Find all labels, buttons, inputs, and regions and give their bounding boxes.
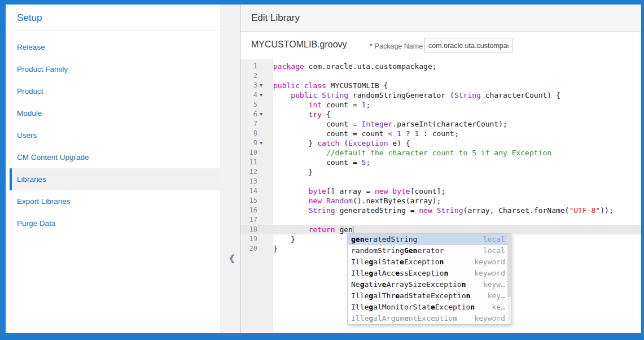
fold-spacer bbox=[257, 196, 273, 206]
completion-item-NegativeArraySizeException[interactable]: NegativeArraySizeExceptionkeyw… bbox=[348, 279, 511, 290]
package-name-label: *Package Name bbox=[370, 42, 423, 50]
editor-toolbar: MYCUSTOMLIB.groovy *Package Name bbox=[240, 32, 641, 59]
line-number: 13 bbox=[240, 177, 257, 186]
completion-caption: IllegalMonitorStateException bbox=[351, 302, 488, 313]
code-line-14[interactable]: 14 byte[] array = new byte[count]; bbox=[240, 186, 641, 196]
package-name-input[interactable] bbox=[424, 38, 512, 53]
line-number: 15 bbox=[240, 196, 257, 206]
sidebar-title: Setup bbox=[6, 5, 220, 30]
completion-item-IllegalAccessException[interactable]: IllegalAccessExceptionkeyword bbox=[348, 268, 511, 279]
code-line-17[interactable]: 17 bbox=[240, 215, 641, 225]
code-line-8[interactable]: 8 count = count < 1 ? 1 : count; bbox=[240, 129, 641, 138]
popup-scrollbar-thumb[interactable] bbox=[507, 234, 511, 297]
fold-spacer bbox=[257, 225, 273, 234]
fold-arrow-icon[interactable]: ▼ bbox=[257, 138, 273, 148]
completion-meta: keyw… bbox=[483, 279, 505, 290]
code-line-11[interactable]: 11 count = 5; bbox=[240, 158, 641, 167]
code-line-12[interactable]: 12 } bbox=[240, 167, 641, 177]
code-text bbox=[273, 71, 641, 81]
completion-meta: key… bbox=[488, 290, 505, 302]
code-line-15[interactable]: 15 new Random().nextBytes(array); bbox=[240, 196, 641, 206]
panel-title: Edit Library bbox=[251, 12, 300, 24]
code-line-9[interactable]: 9▼ } catch (Exception e) { bbox=[240, 138, 641, 148]
line-number: 12 bbox=[240, 167, 257, 177]
code-line-10[interactable]: 10 //default the character count to 5 if… bbox=[240, 148, 641, 158]
code-text bbox=[273, 215, 641, 225]
completion-item-IllegalStateException[interactable]: IllegalStateExceptionkeyword bbox=[348, 256, 511, 268]
fold-spacer bbox=[257, 129, 273, 138]
completion-caption: randomStringGenerator bbox=[351, 245, 479, 256]
code-line-16[interactable]: 16 String generatedString = new String(a… bbox=[240, 206, 641, 215]
line-number: 18 bbox=[240, 225, 257, 234]
completion-meta: local bbox=[483, 245, 505, 256]
sidebar-item-purge-data[interactable]: Purge Data bbox=[6, 212, 220, 234]
code-text: public class MYCUSTOMLIB { bbox=[273, 81, 641, 90]
completion-item-IllegalMonitorStateException[interactable]: IllegalMonitorStateExceptionke… bbox=[348, 302, 511, 313]
line-number: 17 bbox=[240, 215, 257, 225]
sidebar-item-product[interactable]: Product bbox=[6, 80, 220, 102]
fold-spacer bbox=[257, 167, 273, 177]
fold-spacer bbox=[257, 119, 273, 129]
code-text: } catch (Exception e) { bbox=[273, 138, 641, 148]
completion-item-generatedString[interactable]: generatedStringlocal bbox=[348, 234, 511, 245]
completion-item-randomStringGenerator[interactable]: randomStringGeneratorlocal bbox=[348, 245, 511, 256]
code-text: package com.oracle.uta.custompackage; bbox=[273, 62, 641, 71]
sidebar-item-module[interactable]: Module bbox=[6, 102, 220, 124]
sidebar-item-export-libraries[interactable]: Export Libraries bbox=[6, 190, 220, 212]
line-number: 1 bbox=[240, 62, 257, 71]
code-line-13[interactable]: 13 bbox=[240, 177, 641, 186]
code-line-7[interactable]: 7 count = Integer.parseInt(characterCoun… bbox=[240, 119, 641, 129]
line-number: 10 bbox=[240, 148, 257, 158]
line-number: 5 bbox=[240, 100, 257, 110]
completion-meta: keyword bbox=[474, 313, 505, 324]
completion-caption: IllegalStateException bbox=[351, 256, 470, 268]
fold-spacer bbox=[257, 177, 273, 186]
package-name-label-text: Package Name bbox=[375, 42, 423, 50]
code-line-3[interactable]: 3▼public class MYCUSTOMLIB { bbox=[240, 81, 641, 90]
line-number: 7 bbox=[240, 119, 257, 129]
code-line-4[interactable]: 4▼ public String randomStringGenerator (… bbox=[240, 90, 641, 100]
sidebar-collapse-button[interactable]: ❮ bbox=[226, 252, 238, 264]
completion-meta: keyword bbox=[474, 256, 505, 268]
code-text: count = Integer.parseInt(characterCount)… bbox=[273, 119, 641, 129]
sidebar-item-libraries[interactable]: Libraries bbox=[10, 168, 220, 190]
line-number: 4 bbox=[240, 90, 257, 100]
sidebar-item-users[interactable]: Users bbox=[6, 124, 220, 146]
code-text: try { bbox=[273, 110, 641, 119]
sidebar-item-list: ReleaseProduct FamilyProductModuleUsersC… bbox=[6, 31, 220, 234]
fold-arrow-icon[interactable]: ▼ bbox=[257, 110, 273, 119]
completion-item-IllegalThreadStateException[interactable]: IllegalThreadStateExceptionkey… bbox=[348, 290, 511, 302]
code-line-2[interactable]: 2 bbox=[240, 71, 641, 81]
code-line-5[interactable]: 5 int count = 1; bbox=[240, 100, 641, 110]
completion-caption: IllegalThreadStateException bbox=[351, 290, 483, 302]
editor-lines: 1package com.oracle.uta.custompackage;23… bbox=[240, 59, 641, 254]
line-number: 20 bbox=[240, 244, 257, 254]
autocomplete-popup: generatedStringlocalrandomStringGenerato… bbox=[347, 233, 511, 325]
code-text: count = count < 1 ? 1 : count; bbox=[273, 129, 641, 138]
code-line-1[interactable]: 1package com.oracle.uta.custompackage; bbox=[240, 62, 641, 71]
line-number: 3 bbox=[240, 81, 257, 90]
code-text: int count = 1; bbox=[273, 100, 641, 110]
code-text: } bbox=[273, 167, 641, 177]
completion-caption: NegativeArraySizeException bbox=[351, 279, 479, 290]
line-number: 19 bbox=[240, 234, 257, 244]
sidebar-item-release[interactable]: Release bbox=[6, 36, 220, 58]
fold-arrow-icon[interactable]: ▼ bbox=[257, 81, 273, 90]
completion-caption: IllegalArgumentException bbox=[351, 313, 470, 324]
panel-header: Edit Library bbox=[240, 5, 641, 32]
file-name-label: MYCUSTOMLIB.groovy bbox=[251, 40, 347, 50]
code-text: String generatedString = new String(arra… bbox=[273, 206, 641, 215]
completion-item-IllegalArgumentException[interactable]: IllegalArgumentExceptionkeyword bbox=[348, 313, 511, 324]
fold-arrow-icon[interactable]: ▼ bbox=[257, 90, 273, 100]
app-page: Setup ReleaseProduct FamilyProductModule… bbox=[6, 5, 641, 333]
fold-spacer bbox=[257, 148, 273, 158]
edit-library-panel: Edit Library MYCUSTOMLIB.groovy *Package… bbox=[240, 5, 641, 333]
popup-scrollbar[interactable] bbox=[507, 234, 511, 324]
code-line-6[interactable]: 6▼ try { bbox=[240, 110, 641, 119]
line-number: 11 bbox=[240, 158, 257, 167]
code-text: //default the character count to 5 if an… bbox=[273, 148, 641, 158]
sidebar-item-product-family[interactable]: Product Family bbox=[6, 58, 220, 80]
line-number: 6 bbox=[240, 110, 257, 119]
text-cursor bbox=[353, 226, 353, 234]
sidebar-item-cm-content-upgrade[interactable]: CM Content Upgrade bbox=[6, 146, 220, 168]
